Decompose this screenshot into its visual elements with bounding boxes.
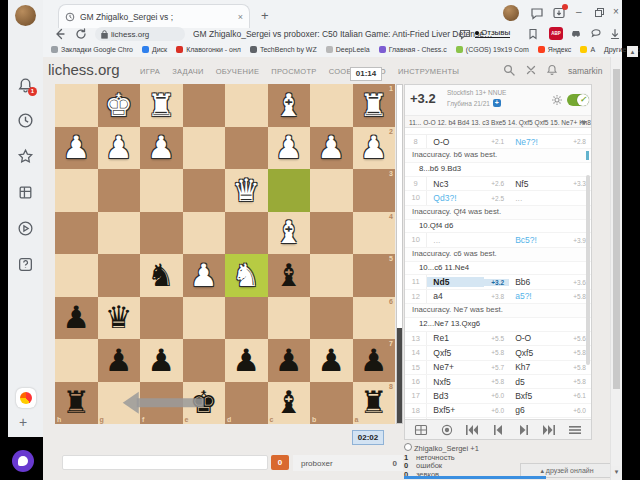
square-d7[interactable]: ♟: [225, 339, 268, 382]
browser-tab[interactable]: GM Zhigalko_Sergei vs ; ×: [58, 4, 250, 28]
restore-button[interactable]: [595, 8, 604, 17]
square-f6[interactable]: [140, 297, 183, 340]
square-g4[interactable]: [98, 212, 141, 255]
omnibox-page-title[interactable]: GM Zhigalko_Sergei vs proboxer: C50 Ital…: [193, 29, 493, 39]
white-move[interactable]: Ne7+: [427, 362, 483, 372]
car-extension-icon[interactable]: [570, 28, 582, 40]
video-play-icon[interactable]: [17, 220, 34, 237]
download-icon[interactable]: [609, 28, 621, 40]
square-f3[interactable]: [140, 169, 183, 212]
page-scrollbar[interactable]: ▾: [610, 57, 622, 480]
white-move[interactable]: Qxf5: [427, 348, 483, 358]
downloads-panel-icon[interactable]: [552, 6, 566, 20]
black-move[interactable]: Qxf5: [509, 348, 565, 358]
white-move[interactable]: O-O: [427, 137, 483, 147]
square-a4[interactable]: 4: [353, 212, 396, 255]
square-b7[interactable]: ♟: [310, 339, 353, 382]
profile-avatar[interactable]: [15, 5, 36, 26]
next-move-icon[interactable]: [517, 424, 531, 436]
black-move[interactable]: d5: [509, 377, 565, 387]
square-g1[interactable]: ♚: [98, 84, 141, 127]
square-c3[interactable]: [268, 169, 311, 212]
chat-bubble-icon[interactable]: [530, 6, 544, 20]
url-box[interactable]: lichess.org: [95, 27, 185, 41]
previous-move-icon[interactable]: [491, 424, 505, 436]
white-move[interactable]: Bd3: [427, 391, 483, 401]
black-move[interactable]: g6: [509, 405, 565, 415]
square-h8[interactable]: ♜h: [55, 382, 98, 425]
square-g8[interactable]: g: [98, 382, 141, 425]
square-a6[interactable]: 6: [353, 297, 396, 340]
scroll-down-arrow[interactable]: ▾: [611, 466, 622, 477]
square-b3[interactable]: [310, 169, 353, 212]
last-move-icon[interactable]: [542, 424, 556, 436]
square-a5[interactable]: 5: [353, 254, 396, 297]
menu-icon[interactable]: [568, 424, 582, 436]
white-move[interactable]: Re1: [427, 333, 483, 343]
square-b5[interactable]: [310, 254, 353, 297]
square-c1[interactable]: ♝: [268, 84, 311, 127]
black-move[interactable]: a5?!: [509, 291, 565, 301]
chevron-down-icon[interactable]: [581, 121, 587, 125]
white-move[interactable]: Nc3: [427, 179, 483, 189]
white-move[interactable]: Nd5: [427, 277, 483, 287]
summary-player[interactable]: Zhigalko_Sergei +1: [404, 443, 604, 454]
engine-settings-gear-icon[interactable]: [551, 94, 563, 106]
black-move[interactable]: Nf5: [509, 179, 565, 189]
square-h2[interactable]: ♟: [55, 127, 98, 170]
extension-icon[interactable]: [590, 28, 602, 40]
nav-item-игра[interactable]: ИГРА: [140, 67, 160, 76]
square-b4[interactable]: [310, 212, 353, 255]
square-h7[interactable]: [55, 339, 98, 382]
page-scrollbar-thumb[interactable]: [613, 69, 620, 389]
move-list-scrollbar[interactable]: [586, 175, 590, 365]
square-h1[interactable]: [55, 84, 98, 127]
square-e6[interactable]: [183, 297, 226, 340]
black-move[interactable]: Bxf5: [509, 391, 565, 401]
collections-icon[interactable]: [17, 184, 34, 201]
square-c7[interactable]: ♟: [268, 339, 311, 382]
help-icon[interactable]: [17, 256, 34, 273]
search-icon[interactable]: [503, 64, 515, 76]
square-e5[interactable]: ♟: [183, 254, 226, 297]
principal-variation[interactable]: 11... O-O 12. b4 Bd4 13. c3 Bxe5 14. Qxf…: [405, 115, 591, 128]
square-e1[interactable]: [183, 84, 226, 127]
square-c2[interactable]: ♟: [268, 127, 311, 170]
square-d6[interactable]: [225, 297, 268, 340]
reviews-button[interactable]: Отзывы: [475, 28, 510, 38]
bookmark-item[interactable]: DeepLeela: [326, 46, 370, 53]
square-f5[interactable]: ♞: [140, 254, 183, 297]
square-g6[interactable]: ♛: [98, 297, 141, 340]
nav-item-просмотр[interactable]: ПРОСМОТР: [271, 67, 316, 76]
black-move[interactable]: Ne7?!: [509, 137, 565, 147]
black-move[interactable]: Bc5?!: [509, 235, 565, 245]
nav-item-инструменты[interactable]: ИНСТРУМЕНТЫ: [398, 67, 459, 76]
engine-toggle[interactable]: ✓: [567, 94, 589, 106]
close-button[interactable]: ×: [613, 6, 619, 17]
white-move[interactable]: a4: [427, 291, 483, 301]
white-move[interactable]: Qd3?!: [427, 193, 483, 203]
username[interactable]: samarkin: [568, 66, 602, 76]
chess-board[interactable]: ♚♜♝♜1♟♟♟♟♟♟2♛3♝4♞♟♞♝5♟♛6♟♟♟♟♟♟7♜hgf♚ed♝c…: [55, 84, 395, 424]
white-move[interactable]: ...: [427, 235, 483, 245]
sidebar-add-button[interactable]: +: [19, 414, 27, 430]
variation-row[interactable]: 10.Qf4 d6: [405, 220, 591, 234]
lichess-logo[interactable]: lichess.org: [48, 61, 120, 78]
square-f8[interactable]: f: [140, 382, 183, 425]
notifications-bell-icon[interactable]: 1: [17, 77, 34, 94]
bookmark-item[interactable]: A: [580, 46, 595, 53]
square-f2[interactable]: ♟: [140, 127, 183, 170]
variation-row[interactable]: 8...b6 9.Bd3: [405, 163, 591, 177]
black-move[interactable]: O-O: [509, 333, 565, 343]
white-move[interactable]: Nxf5: [427, 377, 483, 387]
square-e3[interactable]: [183, 169, 226, 212]
square-d1[interactable]: [225, 84, 268, 127]
square-d2[interactable]: [225, 127, 268, 170]
minimize-button[interactable]: –: [576, 6, 582, 17]
chat-input[interactable]: [62, 455, 268, 470]
square-e8[interactable]: ♚e: [183, 382, 226, 425]
square-b8[interactable]: b: [310, 382, 353, 425]
bookmark-item[interactable]: Закладки Google Chro: [51, 46, 133, 53]
bookmarks-star-icon[interactable]: [17, 148, 34, 165]
square-b6[interactable]: [310, 297, 353, 340]
